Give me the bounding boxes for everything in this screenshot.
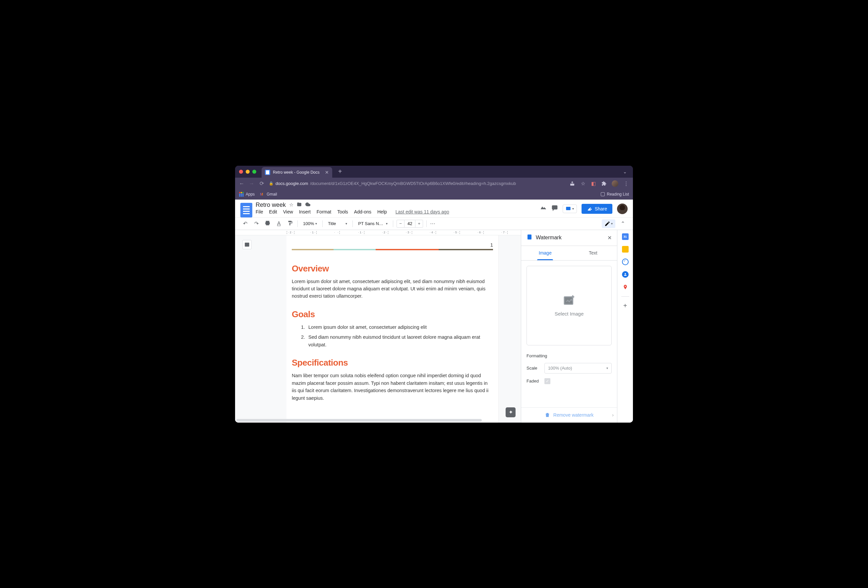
- window-minimize[interactable]: [246, 170, 249, 174]
- present-button[interactable]: ▾: [562, 205, 577, 213]
- scale-label: Scale: [527, 365, 540, 371]
- tab-title: Retro week - Google Docs: [273, 170, 320, 175]
- bookmark-gmail[interactable]: Gmail: [260, 192, 277, 196]
- svg-rect-1: [552, 205, 557, 209]
- paragraph: Nam liber tempor cum soluta nobis eleife…: [292, 372, 493, 402]
- document-title[interactable]: Retro week: [255, 202, 286, 208]
- zoom-select[interactable]: 100%▾: [301, 221, 319, 226]
- docs-logo[interactable]: [241, 203, 252, 217]
- menu-view[interactable]: View: [283, 209, 293, 214]
- reading-list-icon: [601, 192, 605, 196]
- side-panel: 31 +: [617, 230, 633, 423]
- keep-icon[interactable]: [622, 246, 629, 253]
- document-scroll[interactable]: 1 Overview Lorem ipsum dolor sit amet, c…: [235, 235, 521, 423]
- menu-tools[interactable]: Tools: [337, 209, 348, 214]
- scale-dropdown[interactable]: 100% (Auto) ▾: [545, 363, 612, 374]
- divider: [621, 296, 629, 297]
- menu-file[interactable]: File: [255, 209, 263, 214]
- reading-list-label: Reading List: [607, 192, 629, 196]
- bookmark-apps[interactable]: Apps: [239, 192, 255, 196]
- share-button[interactable]: Share: [582, 204, 613, 214]
- page[interactable]: 1 Overview Lorem ipsum dolor sit amet, c…: [286, 235, 499, 423]
- faded-checkbox[interactable]: ✓: [545, 378, 551, 384]
- remove-watermark-button[interactable]: Remove watermark ›: [521, 407, 617, 423]
- contacts-icon[interactable]: [622, 271, 629, 278]
- font-select[interactable]: PT Sans N…▾: [356, 221, 390, 226]
- share-icon[interactable]: [569, 181, 575, 187]
- account-avatar[interactable]: [617, 203, 627, 214]
- formatting-heading: Formatting: [527, 353, 612, 358]
- goals-list: Lorem ipsum dolor sit amet, consectetuer…: [292, 324, 493, 348]
- toolbar-more[interactable]: ⋯: [430, 220, 435, 227]
- header-color-bar: [292, 249, 493, 250]
- menu-addons[interactable]: Add-ons: [354, 209, 371, 214]
- reading-list[interactable]: Reading List: [601, 192, 629, 196]
- spellcheck-button[interactable]: A: [275, 221, 283, 227]
- select-image-drop[interactable]: Select Image: [527, 266, 612, 345]
- extension-icon-1[interactable]: ◧: [590, 181, 596, 187]
- tabs-dropdown[interactable]: ⌄: [623, 169, 627, 174]
- font-size-input[interactable]: [404, 220, 415, 227]
- add-addon-icon[interactable]: +: [622, 303, 629, 309]
- bookmarks-bar: Apps Gmail Reading List: [235, 190, 633, 199]
- print-button[interactable]: [264, 220, 272, 227]
- font-size-control: − +: [397, 220, 423, 228]
- window-maximize[interactable]: [252, 170, 256, 174]
- collapse-toolbar[interactable]: ⌃: [619, 220, 627, 227]
- star-icon[interactable]: ☆: [289, 202, 294, 208]
- bookmark-label: Gmail: [267, 192, 277, 196]
- browser-tab[interactable]: Retro week - Google Docs ✕: [261, 167, 332, 178]
- svg-rect-0: [297, 203, 301, 206]
- menu-insert[interactable]: Insert: [299, 209, 311, 214]
- toolbar: ↶ ↷ A 100%▾ Title▾ PT Sans N…▾ − + ⋯ ▾: [235, 217, 633, 230]
- window-close[interactable]: [239, 170, 243, 174]
- maps-icon[interactable]: [622, 284, 629, 290]
- comments-icon[interactable]: [551, 205, 558, 213]
- editing-mode-button[interactable]: ▾: [602, 220, 616, 228]
- browser-menu-icon[interactable]: ⋮: [623, 181, 629, 187]
- paragraph: Lorem ipsum dolor sit amet, consectetuer…: [292, 278, 493, 300]
- nav-forward[interactable]: →: [249, 181, 254, 187]
- faded-label: Faded: [527, 379, 540, 383]
- bookmark-star-icon[interactable]: ☆: [580, 181, 586, 187]
- redo-button[interactable]: ↷: [252, 220, 260, 227]
- profile-avatar[interactable]: [612, 180, 619, 187]
- horizontal-scrollbar[interactable]: [235, 419, 521, 423]
- app-header: Retro week ☆ File Edit View Insert Forma…: [235, 199, 633, 217]
- cloud-status-icon[interactable]: [305, 202, 311, 208]
- faded-row: Faded ✓: [527, 378, 612, 384]
- tasks-icon[interactable]: [622, 259, 629, 265]
- page-number: 1: [292, 242, 493, 248]
- sidebar-close[interactable]: ✕: [607, 235, 612, 241]
- undo-button[interactable]: ↶: [241, 220, 249, 227]
- menu-format[interactable]: Format: [317, 209, 331, 214]
- watermark-icon: [527, 234, 533, 241]
- menu-help[interactable]: Help: [377, 209, 387, 214]
- activity-icon[interactable]: [540, 205, 547, 213]
- font-size-increase[interactable]: +: [415, 220, 423, 227]
- share-label: Share: [595, 206, 607, 211]
- tab-close[interactable]: ✕: [325, 170, 329, 175]
- url-path: /document/d/1xG1zOE4X_HgQkwFOCKmyQmBGWD5…: [310, 181, 516, 186]
- select-image-label: Select Image: [555, 311, 584, 317]
- tab-image[interactable]: Image: [521, 246, 569, 260]
- menu-edit[interactable]: Edit: [269, 209, 277, 214]
- calendar-icon[interactable]: 31: [622, 233, 629, 240]
- outline-toggle[interactable]: [242, 240, 252, 249]
- explore-button[interactable]: ✦: [506, 407, 515, 417]
- app-body: ¦ · 2 · ¦· 1 · ¦· · ¦· 1 · ¦· 2 · ¦· 3 ·…: [235, 230, 633, 423]
- new-tab-button[interactable]: +: [338, 168, 342, 175]
- expand-chevron-icon[interactable]: ›: [612, 412, 614, 418]
- extensions-icon[interactable]: [601, 181, 607, 187]
- paint-format-button[interactable]: [286, 220, 294, 227]
- font-size-decrease[interactable]: −: [397, 220, 404, 227]
- ruler[interactable]: ¦ · 2 · ¦· 1 · ¦· · ¦· 1 · ¦· 2 · ¦· 3 ·…: [235, 230, 521, 235]
- url-field[interactable]: 🔒 docs.google.com/document/d/1xG1zOE4X_H…: [269, 181, 565, 186]
- last-edit-link[interactable]: Last edit was 11 days ago: [396, 209, 449, 214]
- move-icon[interactable]: [297, 202, 302, 208]
- nav-reload[interactable]: ⟳: [259, 180, 264, 187]
- style-select[interactable]: Title▾: [326, 221, 349, 226]
- tab-text[interactable]: Text: [569, 246, 617, 260]
- menu-bar: File Edit View Insert Format Tools Add-o…: [255, 209, 537, 214]
- nav-back[interactable]: ←: [239, 181, 244, 187]
